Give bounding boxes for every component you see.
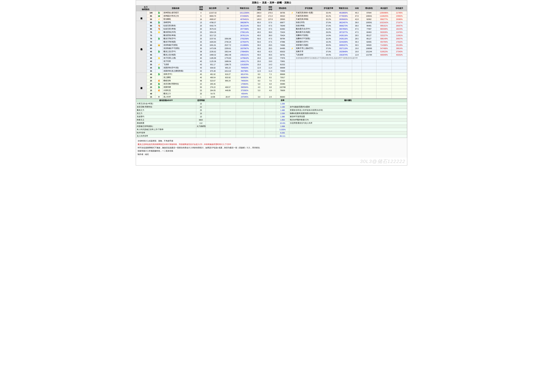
skill-icon: 👑 xyxy=(155,44,163,47)
skill-level: 35 xyxy=(147,63,155,66)
table-row: 70魔龙天翔(地面)251826.832740.242279347%50.047… xyxy=(136,40,407,44)
orig-cd: 290.0 xyxy=(253,11,265,14)
theory-dps: 74066 xyxy=(276,44,289,47)
skill-name: 爆破龙角 xyxy=(163,79,196,82)
footer-line-1: 魔龙之息和征战无双的骑乘形态冷却计算较特殊，等技能释放完后才会进入CD；本表将施… xyxy=(138,143,405,146)
skill-icon: 🐴 xyxy=(155,28,163,31)
passive-empty-1 xyxy=(220,122,236,125)
passive-rate: 1.380 xyxy=(276,115,289,118)
theory-dps: 36705 xyxy=(276,11,289,14)
passive-empty-3 xyxy=(253,118,265,122)
stone-cd: 19.0 xyxy=(352,47,362,50)
equiv-percent: 6724060% xyxy=(236,14,253,18)
stone-skill xyxy=(295,82,322,86)
orig-cd: 5.0 xyxy=(253,89,265,92)
stone-theory-dmg: 60463 xyxy=(362,31,376,34)
passive-name: 武器修正倍率(组队) xyxy=(136,125,196,128)
real-cd: 171.0 xyxy=(265,14,276,18)
stone-skill xyxy=(295,89,322,92)
passive-header-empty xyxy=(206,99,276,102)
passive-name: 肉食主义 xyxy=(136,118,196,122)
equiv-percent: 4076401% xyxy=(236,18,253,21)
section-label: 下位技能 xyxy=(136,73,147,99)
passive-empty-3 xyxy=(253,115,265,118)
adapt-level: 40 xyxy=(196,56,206,60)
skill-level: 15 xyxy=(147,95,155,99)
orig-cd: 145.0 xyxy=(253,18,265,21)
skill-icon xyxy=(155,47,163,50)
stone-pct: 3666273% xyxy=(335,24,352,28)
equiv-percent: 3612314% xyxy=(236,24,253,28)
passive-note xyxy=(289,131,407,134)
passive-row: 龙人剑术倍率86.111 xyxy=(136,134,407,138)
real-cd: 57.0 xyxy=(265,21,276,24)
stone-theory-dmg: 97844 xyxy=(362,11,376,14)
stone-skill: 飞龙连斩 xyxy=(295,53,322,56)
stone-theory-dmg: 100041 xyxy=(362,14,376,18)
footer-notes: 冷却时间计入武器类型、宠物、不考虑手搓魔龙之息和征战无双的骑乘形态冷却计算较特殊… xyxy=(136,138,407,157)
passive-rate: 1.008 xyxy=(276,125,289,128)
passive-rate: 1.190 xyxy=(276,105,289,109)
dmg-icon xyxy=(289,73,295,76)
stone-pct xyxy=(335,86,352,89)
theory-dps: 73424 xyxy=(276,31,289,34)
equiv-percent: 390594% xyxy=(236,86,253,89)
dmg-icon xyxy=(289,34,295,37)
tp-value: 1778.83 xyxy=(220,56,236,60)
dps-up xyxy=(392,86,407,89)
tp-value: 2862.48 xyxy=(220,53,236,56)
stone-cd: 19.0 xyxy=(352,50,362,53)
stone-pct: 4776939% xyxy=(335,14,352,18)
skill-level: 35 xyxy=(147,66,155,69)
real-cd: 275.5 xyxy=(265,11,276,14)
dps-up: 23992% xyxy=(392,14,407,18)
dmg-icon xyxy=(289,40,295,44)
passive-empty-2 xyxy=(236,102,253,105)
footer-line-4: 制作者：础石 xyxy=(138,153,405,156)
skill-icon: 🐉 xyxy=(155,82,163,86)
skill-icon: 🔥 xyxy=(155,79,163,82)
adapt-level: 4 xyxy=(196,11,206,14)
stone-skill xyxy=(295,95,322,99)
passive-empty-1 xyxy=(220,131,236,134)
passive-empty-3 xyxy=(253,125,265,128)
single-up: 999161% xyxy=(376,24,392,28)
passive-name: BUFF倍率 xyxy=(136,131,196,134)
stone-skill xyxy=(295,86,322,89)
passive-rate: 1.480 xyxy=(276,109,289,112)
real-cd: 11.4 xyxy=(265,69,276,73)
stone-cd xyxy=(352,63,362,66)
passive-empty-0 xyxy=(206,131,220,134)
independent-rate: 4900.67 xyxy=(206,18,220,21)
theory-dps: 58791 xyxy=(276,53,289,56)
stone-theory-dmg xyxy=(362,76,376,79)
table-row: 35龙翼穿刺(龙之撕咬附着)43675.481013.22842798%12.0… xyxy=(136,69,407,73)
stone-cd xyxy=(352,92,362,95)
tp-value xyxy=(220,24,236,28)
header-rate: 独立倍率 xyxy=(206,6,220,11)
real-cd: 7.6 xyxy=(265,79,276,82)
independent-rate: 636.82 xyxy=(206,66,220,69)
dmg-icon xyxy=(289,31,295,34)
real-cd: 14.3 xyxy=(265,63,276,66)
stone-rate: 37.0% xyxy=(322,47,335,50)
skill-level: 40 xyxy=(147,56,155,60)
stone-cd xyxy=(352,73,362,76)
theory-dps: 73017 xyxy=(276,76,289,79)
independent-rate: 3579.43 xyxy=(206,28,220,31)
adapt-level: 30 xyxy=(196,47,206,50)
independent-rate: 8083.70 xyxy=(206,14,220,18)
passive-level xyxy=(196,131,206,134)
dps-up xyxy=(392,66,407,69)
skill-level: 80 xyxy=(147,24,155,28)
single-up xyxy=(376,82,392,86)
dps-up xyxy=(392,69,407,73)
adapt-level: 48 xyxy=(196,79,206,82)
dps-up: 12476% xyxy=(392,31,407,34)
orig-cd xyxy=(253,92,265,95)
single-up: 1032342% xyxy=(376,21,392,24)
stone-skill xyxy=(295,79,322,82)
skill-icon: 🌟 xyxy=(155,56,163,60)
stone-rate xyxy=(322,73,335,76)
section-label: 觉醒 xyxy=(136,11,147,21)
